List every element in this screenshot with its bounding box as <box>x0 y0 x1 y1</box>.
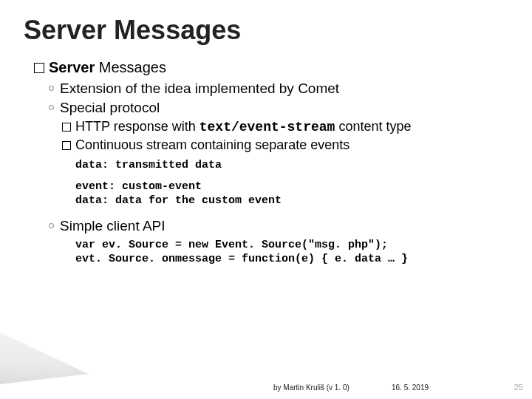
subbullet-http-response: HTTP response with text/event-stream con… <box>62 119 516 134</box>
bullet-text: Special protocol <box>60 100 160 115</box>
circle-bullet-icon <box>49 105 54 110</box>
circle-bullet-icon <box>49 86 54 91</box>
slide: Server Messages Server Messages Extensio… <box>0 0 532 399</box>
subbullet-continuous-stream: Continuous stream containing separate ev… <box>62 137 516 153</box>
sub-text-post: content type <box>335 119 411 134</box>
bullet-extension: Extension of the idea implemented by Com… <box>49 81 516 97</box>
sub-text-pre: HTTP response with <box>75 119 200 134</box>
sub-text: Continuous stream containing separate ev… <box>75 137 349 152</box>
square-bullet-icon <box>62 141 71 150</box>
slide-title: Server Messages <box>24 15 516 46</box>
code-block-2: event: custom-event data: data for the c… <box>75 180 516 208</box>
heading-rest: Messages <box>95 59 166 75</box>
bullet-text: Simple client API <box>60 218 166 233</box>
footer-page-number: 25 <box>514 383 523 392</box>
decorative-corner <box>0 332 89 384</box>
footer-date: 16. 5. 2019 <box>392 383 429 392</box>
code-block-3: var ev. Source = new Event. Source("msg.… <box>75 239 516 267</box>
circle-bullet-icon <box>49 223 54 228</box>
heading-bold: Server <box>49 59 95 75</box>
bullet-special-protocol: Special protocol <box>49 100 516 116</box>
square-bullet-icon <box>62 123 71 132</box>
bullet-simple-client-api: Simple client API <box>49 218 516 234</box>
heading-server-messages: Server Messages <box>34 59 516 76</box>
code-block-1: data: transmitted data <box>75 159 516 173</box>
inline-code: text/event-stream <box>200 120 335 134</box>
bullet-text: Extension of the idea implemented by Com… <box>60 81 339 96</box>
square-bullet-icon <box>34 63 44 73</box>
footer-credit: by Martin Kruliš (v 1. 0) <box>273 383 349 392</box>
